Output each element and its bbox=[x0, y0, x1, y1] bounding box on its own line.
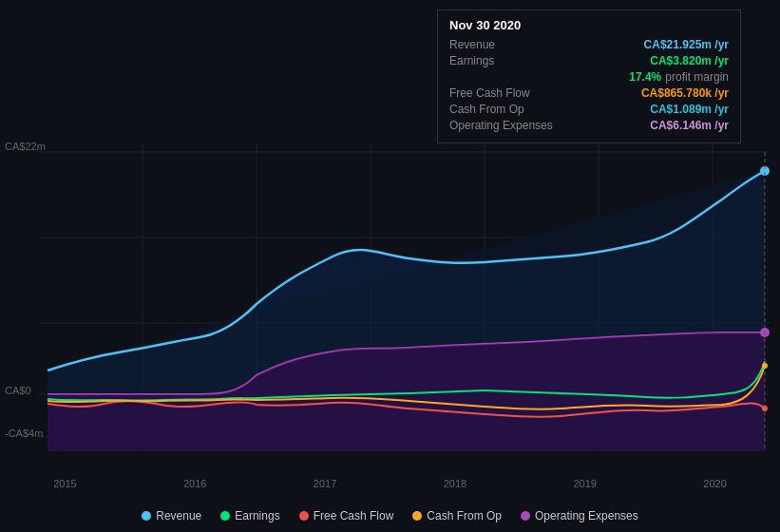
legend-bar: Revenue Earnings Free Cash Flow Cash Fro… bbox=[0, 509, 780, 522]
legend-item-fcf[interactable]: Free Cash Flow bbox=[299, 509, 394, 522]
x-axis-labels: 2015 2016 2017 2018 2019 2020 bbox=[0, 478, 780, 489]
svg-point-15 bbox=[762, 363, 768, 369]
legend-item-revenue[interactable]: Revenue bbox=[142, 509, 201, 522]
tooltip-label-fcf: Free Cash Flow bbox=[449, 86, 573, 100]
legend-dot-revenue bbox=[142, 511, 151, 521]
tooltip-row-opex: Operating Expenses CA$6.146m /yr bbox=[449, 119, 729, 132]
profit-margin-value: 17.4% bbox=[629, 70, 661, 84]
legend-label-fcf: Free Cash Flow bbox=[314, 509, 394, 522]
legend-item-earnings[interactable]: Earnings bbox=[220, 509, 279, 522]
x-label-2020: 2020 bbox=[703, 478, 726, 489]
tooltip-box: Nov 30 2020 Revenue CA$21.925m /yr Earni… bbox=[437, 10, 741, 143]
x-label-2015: 2015 bbox=[53, 478, 76, 489]
tooltip-label-revenue: Revenue bbox=[449, 38, 573, 51]
legend-dot-earnings bbox=[220, 511, 230, 521]
tooltip-value-earnings: CA$3.820m /yr bbox=[650, 54, 729, 67]
tooltip-row-revenue: Revenue CA$21.925m /yr bbox=[449, 38, 729, 51]
legend-dot-cashfromop bbox=[412, 511, 422, 521]
x-label-2018: 2018 bbox=[444, 478, 466, 489]
svg-point-16 bbox=[762, 406, 768, 411]
x-label-2017: 2017 bbox=[314, 478, 336, 489]
y-label-zero: CA$0 bbox=[5, 385, 31, 396]
tooltip-value-cashfromop: CA$1.089m /yr bbox=[650, 103, 729, 116]
profit-margin-label: profit margin bbox=[665, 70, 729, 84]
legend-label-revenue: Revenue bbox=[156, 509, 201, 522]
tooltip-label-cashfromop: Cash From Op bbox=[449, 103, 573, 116]
tooltip-label-opex: Operating Expenses bbox=[449, 119, 573, 132]
tooltip-value-fcf: CA$865.780k /yr bbox=[641, 86, 729, 100]
tooltip-title: Nov 30 2020 bbox=[449, 18, 729, 32]
legend-label-cashfromop: Cash From Op bbox=[427, 509, 502, 522]
x-label-2016: 2016 bbox=[183, 478, 206, 489]
legend-item-opex[interactable]: Operating Expenses bbox=[521, 509, 638, 522]
legend-dot-fcf bbox=[299, 511, 309, 521]
tooltip-value-revenue: CA$21.925m /yr bbox=[644, 38, 729, 51]
tooltip-label-earnings: Earnings bbox=[449, 54, 573, 67]
legend-label-earnings: Earnings bbox=[235, 509, 279, 522]
legend-label-opex: Operating Expenses bbox=[535, 509, 638, 522]
legend-item-cashfromop[interactable]: Cash From Op bbox=[412, 509, 502, 522]
y-label-neg: -CA$4m bbox=[5, 428, 43, 439]
tooltip-row-fcf: Free Cash Flow CA$865.780k /yr bbox=[449, 86, 729, 100]
tooltip-row-cashfromop: Cash From Op CA$1.089m /yr bbox=[449, 103, 729, 116]
x-label-2019: 2019 bbox=[573, 478, 596, 489]
tooltip-profit-margin-row: 17.4% profit margin bbox=[449, 70, 729, 84]
y-label-top: CA$22m bbox=[5, 141, 46, 152]
legend-dot-opex bbox=[521, 511, 530, 521]
tooltip-row-earnings: Earnings CA$3.820m /yr bbox=[449, 54, 729, 67]
tooltip-value-opex: CA$6.146m /yr bbox=[650, 119, 729, 132]
